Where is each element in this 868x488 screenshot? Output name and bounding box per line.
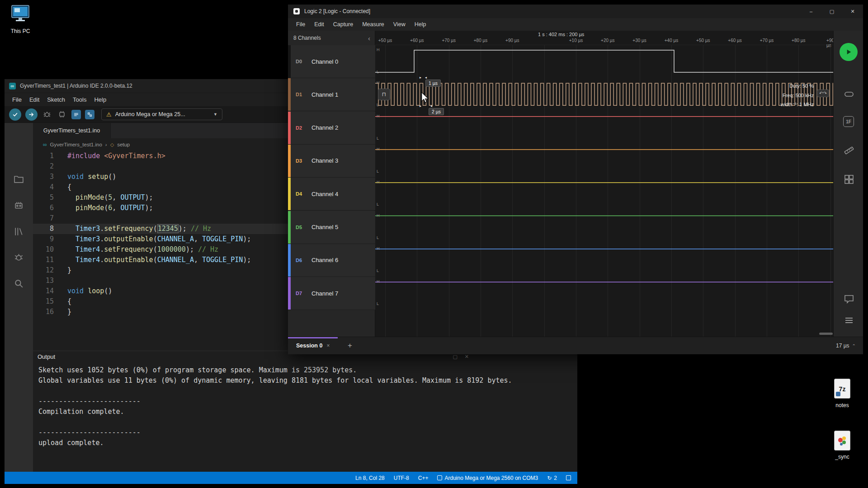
menu-tools[interactable]: Tools [73, 96, 86, 103]
panel-toggle-button[interactable] [566, 475, 571, 480]
code-text: pinMode(5, OUTPUT); [67, 192, 153, 203]
debug-button[interactable] [42, 109, 52, 120]
board-port-indicator[interactable]: Arduino Mega or Mega 2560 on COM3 [437, 475, 538, 481]
level-label: L [377, 169, 379, 174]
channel-name: Channel 3 [311, 157, 338, 164]
arduino-activity-bar [5, 123, 33, 472]
measurement-tool-chip[interactable]: ⊓ [378, 89, 390, 100]
channel-row-d5[interactable]: D5Channel 5 [288, 211, 375, 244]
line-number: 8 [33, 224, 54, 234]
logic-titlebar[interactable]: Logic 2 [Logic - Connected] – ▢ ✕ [288, 5, 863, 18]
channel-row-d1[interactable]: D1Channel 1 [288, 78, 375, 111]
notifications-indicator[interactable]: ↻ 2 [547, 475, 557, 481]
line-number: 1 [33, 151, 54, 161]
zoom-level-control[interactable]: 17 µs ⌃ [836, 343, 863, 349]
tick-label: +80 µs [792, 38, 806, 43]
measurement-label-1us[interactable]: 1 µs [425, 80, 441, 87]
channel-row-d6[interactable]: D6Channel 6 [288, 244, 375, 277]
timeline-timestamp: 1 s : 402 ms : 200 µs [538, 32, 584, 37]
menu-edit[interactable]: Edit [314, 21, 324, 28]
measure-marker-icon: ▸ [420, 104, 421, 108]
sidebar-item-debug[interactable] [13, 252, 24, 265]
device-settings-button[interactable] [844, 89, 854, 101]
level-label: H [377, 80, 380, 85]
sketch-action-button-1[interactable] [71, 110, 81, 119]
measurement-label-2us[interactable]: 2 µs [429, 108, 444, 115]
menu-measure[interactable]: Measure [362, 21, 384, 28]
session-tab[interactable]: Session 0 × [288, 337, 341, 354]
language-indicator[interactable]: C++ [418, 475, 429, 481]
comments-button[interactable] [844, 294, 854, 306]
panel-icon [566, 475, 571, 480]
encoding-indicator[interactable]: UTF-8 [394, 475, 409, 481]
desktop-icon-this-pc[interactable]: This PC [3, 4, 38, 34]
upload-button[interactable] [25, 108, 38, 121]
trigger-1f-button[interactable]: 1F [843, 116, 854, 127]
menu-help[interactable]: Help [94, 96, 106, 103]
channel-id: D3 [296, 158, 302, 164]
close-session-icon[interactable]: × [326, 343, 330, 349]
logic-menubar: FileEditCaptureMeasureViewHelp [288, 18, 863, 31]
sketch-file-icon: ∞ [43, 141, 47, 148]
mouse-cursor [421, 92, 429, 103]
channel-color-strip [288, 178, 291, 210]
line-number: 6 [33, 203, 54, 213]
channel-row-d3[interactable]: D3Channel 3 [288, 145, 375, 178]
level-label: H [377, 47, 380, 52]
collapse-panel-icon[interactable]: ‹ [368, 34, 370, 42]
line-number: 2 [33, 161, 54, 172]
measure-marker-icon: ◂ [425, 75, 427, 80]
logic-app-icon [293, 8, 300, 14]
start-capture-button[interactable] [840, 43, 858, 61]
menu-sketch[interactable]: Sketch [47, 96, 65, 103]
menu-view[interactable]: View [393, 21, 406, 28]
annotation-actions-chip[interactable]: ↶↷ [817, 89, 829, 97]
minimize-button[interactable]: – [801, 5, 821, 18]
main-menu-button[interactable] [844, 315, 854, 328]
add-session-button[interactable]: + [348, 341, 352, 350]
desktop: This PC 7z notes _sync ∞ GyverTimers_tes… [0, 0, 868, 488]
colorful-doc-icon [835, 431, 850, 450]
analyzers-button[interactable] [844, 174, 854, 187]
menu-file[interactable]: File [12, 96, 22, 103]
cursor-position[interactable]: Ln 8, Col 28 [355, 475, 385, 481]
measure-button[interactable] [844, 145, 854, 158]
symbol-icon: ◇ [110, 142, 114, 148]
close-button[interactable]: ✕ [842, 5, 863, 18]
sketch-action-button-2[interactable] [85, 110, 94, 119]
board-selector[interactable]: ⚠ Arduino Mega or Mega 25... ▼ [101, 108, 222, 120]
board-info-button[interactable] [57, 109, 67, 120]
channel-id: D0 [296, 59, 302, 64]
channel-row-d2[interactable]: D2Channel 2 [288, 112, 375, 145]
desktop-icon-notes[interactable]: 7z notes [825, 379, 860, 408]
line-number: 5 [33, 192, 54, 203]
tooltip-freq: Freq: 500 kHz [781, 91, 814, 100]
horizontal-scrollbar-thumb[interactable] [819, 333, 833, 335]
maximize-panel-icon[interactable]: ▢ [453, 354, 457, 360]
code-text: { [67, 296, 71, 307]
timeline-ruler[interactable]: 1 s : 402 ms : 200 µs +50 µs+60 µs+70 µs… [375, 31, 833, 45]
channel-row-d7[interactable]: D7Channel 7 [288, 277, 375, 310]
sidebar-item-boards-manager[interactable] [13, 200, 24, 213]
sidebar-item-library-manager[interactable] [13, 226, 24, 239]
hamburger-icon [844, 315, 854, 326]
code-text: void setup() [67, 172, 116, 182]
close-panel-icon[interactable]: ✕ [465, 354, 469, 360]
channel-row-d4[interactable]: D4Channel 4 [288, 178, 375, 211]
menu-edit[interactable]: Edit [29, 96, 39, 103]
output-line: ------------------------- [38, 427, 577, 438]
sidebar-item-sketchbook[interactable] [13, 174, 24, 187]
waveform-area[interactable]: 1 s : 402 ms : 200 µs +50 µs+60 µs+70 µs… [375, 31, 833, 337]
sidebar-item-search[interactable] [13, 278, 24, 291]
tab-sketch-file[interactable]: GyverTimers_test1.ino [33, 123, 111, 138]
tick-label: +50 µs [378, 38, 392, 43]
desktop-icon-sync[interactable]: _sync [825, 431, 860, 460]
verify-button[interactable] [9, 108, 21, 121]
maximize-button[interactable]: ▢ [821, 5, 842, 18]
channel-row-d0[interactable]: D0Channel 0 [288, 45, 375, 78]
waveform-traces [375, 45, 833, 337]
level-label: H [377, 246, 380, 251]
menu-file[interactable]: File [296, 21, 305, 28]
menu-capture[interactable]: Capture [333, 21, 353, 28]
menu-help[interactable]: Help [415, 21, 426, 28]
